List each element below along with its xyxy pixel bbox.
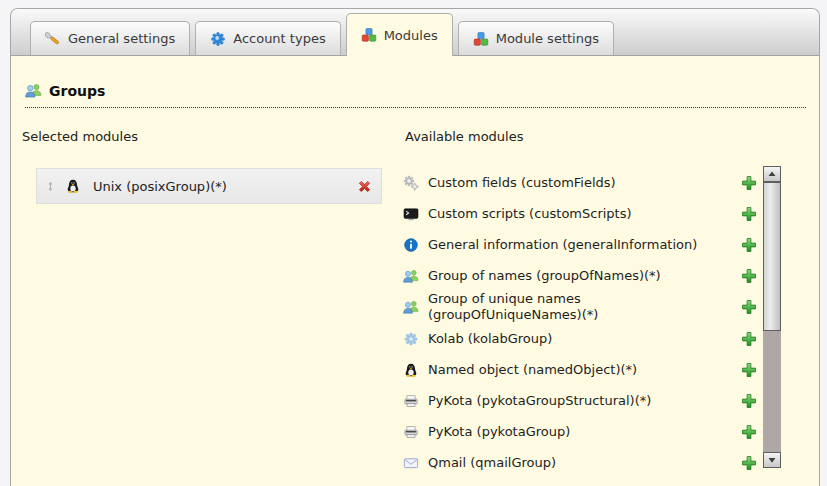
scrollbar-thumb[interactable] — [763, 182, 781, 331]
scroll-down-button[interactable] — [763, 452, 781, 468]
tux-icon — [65, 178, 81, 194]
info-icon — [403, 237, 419, 253]
terminal-icon — [403, 206, 419, 222]
module-general-info: General information (generalInformation) — [403, 229, 757, 260]
tab-modules[interactable]: Modules — [346, 13, 453, 56]
add-module-button[interactable] — [741, 455, 757, 471]
module-custom-scripts: Custom scripts (customScripts) — [403, 198, 757, 229]
module-label: Custom scripts (customScripts) — [428, 206, 632, 222]
groups-icon — [25, 82, 42, 99]
tab-label: General settings — [68, 31, 175, 46]
module-kolab: Kolab (kolabGroup) — [403, 323, 757, 354]
scroll-up-icon — [766, 168, 778, 180]
remove-module-button[interactable] — [356, 178, 373, 195]
module-custom-fields: Custom fields (customFields) — [403, 167, 757, 198]
available-modules-list: Custom fields (customFields) Custom scri… — [403, 167, 757, 478]
module-label: Custom fields (customFields) — [428, 175, 616, 191]
tab-label: Modules — [384, 28, 438, 43]
cubes-icon — [361, 27, 377, 43]
scroll-up-button[interactable] — [763, 166, 781, 182]
gears-icon — [403, 175, 419, 191]
module-label: PyKota (pykotaGroup) — [428, 424, 570, 440]
module-pykota: PyKota (pykotaGroup) — [403, 416, 757, 447]
add-module-button[interactable] — [741, 331, 757, 347]
module-named-object: Named object (namedObject)(*) — [403, 354, 757, 385]
section-header: Groups — [25, 82, 806, 108]
selected-module-unix: Unix (posixGroup)(*) — [36, 168, 382, 204]
config-dialog: General settings Account types Modules M… — [10, 8, 820, 486]
add-module-button[interactable] — [741, 206, 757, 222]
module-pykota-structural: PyKota (pykotaGroupStructural)(*) — [403, 385, 757, 416]
scrollbar-track[interactable] — [763, 182, 781, 452]
selected-modules-heading: Selected modules — [22, 129, 138, 144]
tux-icon — [403, 362, 419, 378]
modules-panel: Groups Selected modules Available module… — [11, 56, 819, 486]
tab-account-types[interactable]: Account types — [195, 21, 340, 55]
move-handle-icon[interactable] — [45, 179, 56, 194]
add-module-button[interactable] — [741, 268, 757, 284]
available-modules-heading: Available modules — [405, 129, 523, 144]
add-module-button[interactable] — [741, 299, 757, 315]
module-group-of-unique-names: Group of unique names (groupOfUniqueName… — [403, 291, 757, 323]
module-label: Kolab (kolabGroup) — [428, 331, 552, 347]
tab-module-settings[interactable]: Module settings — [458, 21, 614, 55]
scroll-down-icon — [766, 454, 778, 466]
tab-label: Account types — [233, 31, 325, 46]
tab-general-settings[interactable]: General settings — [30, 21, 190, 55]
module-label: Unix (posixGroup)(*) — [93, 179, 227, 194]
scrollbar — [763, 166, 781, 468]
module-label: General information (generalInformation) — [428, 237, 697, 253]
add-module-button[interactable] — [741, 393, 757, 409]
add-module-button[interactable] — [741, 175, 757, 191]
module-qmail: Qmail (qmailGroup) — [403, 447, 757, 478]
mail-icon — [403, 455, 419, 471]
section-title: Groups — [49, 83, 105, 99]
wrench-icon — [45, 31, 61, 47]
module-label: PyKota (pykotaGroupStructural)(*) — [428, 393, 651, 409]
selected-modules-list: Unix (posixGroup)(*) — [36, 168, 382, 204]
cubes-icon — [473, 31, 489, 47]
printer-icon — [403, 393, 419, 409]
add-module-button[interactable] — [741, 237, 757, 253]
module-label: Group of unique names (groupOfUniqueName… — [428, 291, 713, 323]
group-icon — [403, 268, 419, 284]
kolab-gear-icon — [403, 331, 419, 347]
tab-label: Module settings — [496, 31, 599, 46]
module-label: Qmail (qmailGroup) — [428, 455, 556, 471]
module-label: Group of names (groupOfNames)(*) — [428, 268, 661, 284]
group-icon — [403, 299, 419, 315]
module-label: Named object (namedObject)(*) — [428, 362, 637, 378]
add-module-button[interactable] — [741, 424, 757, 440]
printer-icon — [403, 424, 419, 440]
add-module-button[interactable] — [741, 362, 757, 378]
gear-icon — [210, 31, 226, 47]
module-group-of-names: Group of names (groupOfNames)(*) — [403, 260, 757, 291]
tab-bar: General settings Account types Modules M… — [11, 9, 819, 56]
